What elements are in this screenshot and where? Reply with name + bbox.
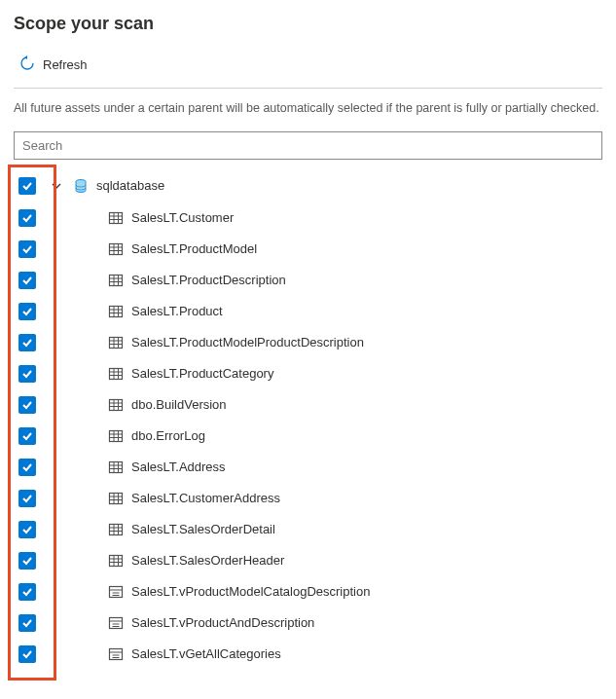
tree-item-row[interactable]: SalesLT.Product [14, 296, 602, 327]
tree-item-label: SalesLT.Product [131, 304, 223, 318]
checkbox[interactable] [18, 614, 36, 632]
tree-item-label: SalesLT.SalesOrderHeader [131, 553, 284, 568]
page-title: Scope your scan [14, 14, 602, 34]
table-icon [108, 397, 124, 413]
tree-item-row[interactable]: dbo.BuildVersion [14, 389, 602, 421]
search-input[interactable] [14, 131, 602, 160]
checkbox[interactable] [18, 303, 36, 320]
checkbox[interactable] [18, 645, 36, 663]
tree-item-row[interactable]: SalesLT.CustomerAddress [14, 483, 602, 514]
checkbox[interactable] [18, 490, 36, 507]
table-icon [108, 491, 124, 506]
table-icon [108, 460, 124, 475]
table-icon [108, 273, 124, 288]
database-icon [73, 178, 89, 194]
table-icon [108, 304, 124, 319]
chevron-down-icon[interactable] [50, 181, 63, 191]
tree-item-row[interactable]: SalesLT.ProductDescription [14, 265, 602, 296]
tree-item-row[interactable]: SalesLT.SalesOrderHeader [14, 545, 602, 576]
tree-item-label: dbo.ErrorLog [131, 428, 205, 443]
checkbox[interactable] [18, 272, 36, 289]
tree-item-row[interactable]: SalesLT.Customer [14, 202, 602, 234]
table-icon [108, 210, 124, 226]
view-icon [108, 646, 124, 662]
checkbox[interactable] [18, 240, 36, 258]
tree-item-row[interactable]: SalesLT.SalesOrderDetail [14, 514, 602, 545]
tree-item-label: SalesLT.Address [131, 460, 226, 474]
checkbox[interactable] [18, 427, 36, 445]
tree-item-row[interactable]: SalesLT.Address [14, 452, 602, 483]
tree-item-label: SalesLT.ProductCategory [131, 366, 273, 381]
refresh-icon [19, 55, 35, 74]
tree-item-row[interactable]: SalesLT.ProductModelProductDescription [14, 327, 602, 358]
tree-item-row[interactable]: dbo.ErrorLog [14, 421, 602, 452]
view-icon [108, 584, 124, 600]
checkbox[interactable] [18, 365, 36, 383]
tree-item-label: SalesLT.ProductModel [131, 241, 257, 256]
tree-item-row[interactable]: SalesLT.ProductCategory [14, 358, 602, 389]
tree-item-label: SalesLT.ProductDescription [131, 273, 286, 287]
tree-item-row[interactable]: SalesLT.vProductAndDescription [14, 607, 602, 639]
tree-item-label: SalesLT.Customer [131, 210, 234, 225]
tree-item-row[interactable]: SalesLT.vProductModelCatalogDescription [14, 576, 602, 607]
tree-item-row[interactable]: SalesLT.vGetAllCategories [14, 639, 602, 670]
checkbox[interactable] [18, 209, 36, 227]
tree-item-label: SalesLT.vProductModelCatalogDescription [131, 584, 370, 599]
checkbox[interactable] [18, 459, 36, 476]
refresh-button[interactable]: Refresh [14, 52, 93, 78]
checkbox[interactable] [18, 552, 36, 570]
tree-root-label: sqldatabase [96, 178, 164, 193]
tree-item-row[interactable]: SalesLT.ProductModel [14, 234, 602, 265]
checkbox[interactable] [18, 396, 36, 414]
checkbox[interactable] [18, 177, 36, 195]
tree-item-label: SalesLT.ProductModelProductDescription [131, 335, 364, 350]
tree-item-label: SalesLT.CustomerAddress [131, 491, 280, 505]
view-icon [108, 615, 124, 631]
table-icon [108, 241, 124, 257]
table-icon [108, 335, 124, 350]
table-icon [108, 553, 124, 569]
tree-item-label: dbo.BuildVersion [131, 397, 227, 412]
tree: sqldatabase SalesLT.CustomerSalesLT.Prod… [14, 169, 602, 670]
tree-root-row[interactable]: sqldatabase [14, 169, 602, 202]
tree-item-label: SalesLT.vProductAndDescription [131, 615, 314, 630]
table-icon [108, 522, 124, 537]
refresh-label: Refresh [43, 57, 88, 72]
checkbox[interactable] [18, 583, 36, 601]
description-text: All future assets under a certain parent… [14, 100, 602, 118]
table-icon [108, 428, 124, 444]
toolbar: Refresh [14, 52, 602, 89]
tree-items: SalesLT.CustomerSalesLT.ProductModelSale… [14, 202, 602, 670]
tree-item-label: SalesLT.SalesOrderDetail [131, 522, 275, 536]
tree-item-label: SalesLT.vGetAllCategories [131, 646, 281, 661]
checkbox[interactable] [18, 334, 36, 351]
checkbox[interactable] [18, 521, 36, 538]
table-icon [108, 366, 124, 382]
